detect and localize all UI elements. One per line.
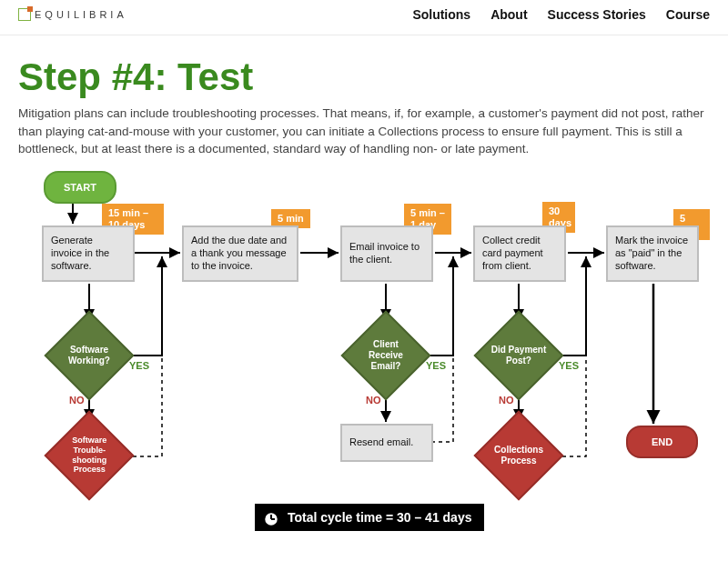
label-no-3: NO	[499, 395, 514, 406]
total-cycle-bar: Total cycle time = 30 – 41 days	[255, 504, 484, 531]
label-no-2: NO	[366, 395, 381, 406]
step-resend-email: Resend email.	[340, 424, 433, 462]
brand-text: EQUILIBRIA	[35, 9, 127, 20]
page-description: Mitigation plans can include troubleshoo…	[18, 105, 710, 158]
sub-troubleshooting: Software Trouble-shooting Process	[57, 424, 121, 487]
step-add-due-date: Add the due date and a thank you message…	[182, 225, 298, 282]
start-node: START	[44, 171, 116, 204]
label-yes-1: YES	[129, 360, 149, 371]
logo-mark-icon	[18, 8, 31, 21]
stopwatch-icon	[260, 506, 282, 528]
label-no-1: NO	[69, 395, 85, 406]
page-title: Step #4: Test	[18, 55, 710, 99]
total-cycle-text: Total cycle time = 30 – 41 days	[288, 510, 471, 525]
site-header: EQUILIBRIA Solutions About Success Stori…	[0, 0, 728, 35]
step-email-invoice: Email invoice to the client.	[340, 225, 433, 282]
sub-collections: Collections Process	[487, 424, 551, 487]
nav-solutions[interactable]: Solutions	[412, 7, 470, 22]
svg-rect-5	[268, 508, 274, 511]
nav-about[interactable]: About	[490, 7, 527, 22]
end-node: END	[626, 426, 698, 458]
nav-course[interactable]: Course	[666, 7, 710, 22]
step-collect-payment: Collect credit card payment from client.	[473, 225, 566, 282]
label-yes-2: YES	[426, 360, 446, 371]
flowchart: START 15 min – 10 days Generate invoice …	[18, 169, 710, 542]
decision-client-received: Client Receive Email?	[354, 324, 418, 387]
nav-success-stories[interactable]: Success Stories	[548, 7, 646, 22]
step-generate-invoice: Generate invoice in the software.	[42, 225, 135, 282]
decision-payment-posted: Did Payment Post?	[487, 324, 551, 387]
brand-logo: EQUILIBRIA	[18, 8, 127, 21]
article-main: Step #4: Test Mitigation plans can inclu…	[0, 35, 728, 551]
decision-software-working: Software Working?	[57, 324, 121, 387]
main-nav: Solutions About Success Stories Course	[412, 7, 710, 22]
step-mark-paid: Mark the invoice as "paid" in the softwa…	[606, 225, 699, 282]
label-yes-3: YES	[559, 360, 579, 371]
